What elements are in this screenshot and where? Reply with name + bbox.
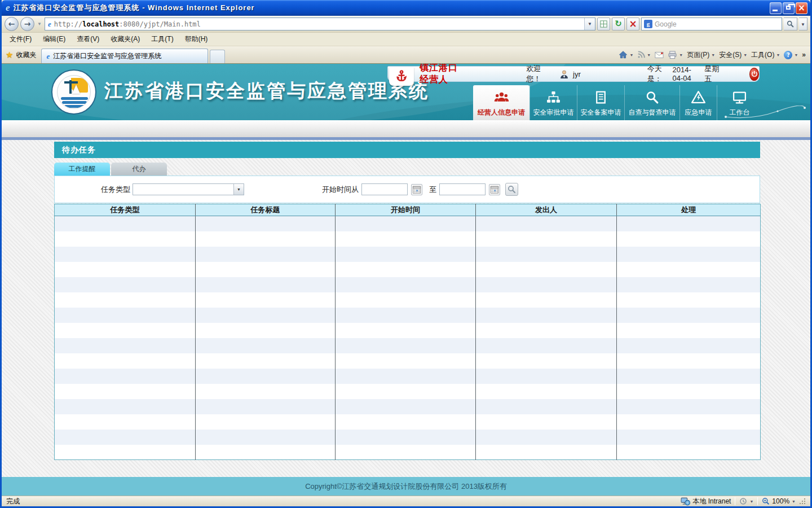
anchor-icon (395, 69, 408, 83)
security-menu-button[interactable]: 安全(S) ▼ (719, 50, 747, 60)
table-cell (196, 384, 336, 399)
favorites-button[interactable]: ★ 收藏夹 (2, 46, 41, 63)
search-input[interactable] (655, 20, 782, 28)
table-cell (336, 338, 476, 353)
task-type-select[interactable]: ▼ (133, 183, 244, 195)
anchor-badge (389, 67, 414, 86)
url-rest: :8080/yjpt/Main.html (119, 20, 201, 28)
minimize-icon (773, 10, 778, 11)
tabs-row: 工作提醒 代办 (54, 163, 760, 176)
nav-emergency[interactable]: 应急申请 (679, 85, 717, 120)
help-icon: ? (784, 51, 792, 59)
restore-button[interactable] (783, 2, 795, 14)
favorites-label: 收藏夹 (16, 50, 36, 60)
table-row (55, 292, 761, 308)
browser-tab[interactable]: e 江苏省港口安全监管与应急管理系统 (41, 49, 208, 63)
table-cell (476, 338, 617, 353)
home-button[interactable]: ▼ (619, 50, 633, 59)
calendar-icon (490, 185, 499, 194)
back-button[interactable]: ← (5, 17, 19, 31)
task-table-body (55, 216, 761, 460)
more-commands-button[interactable]: » (802, 51, 806, 59)
home-dropdown-icon[interactable]: ▼ (629, 53, 633, 57)
table-cell (336, 262, 476, 277)
stop-button[interactable]: × (626, 17, 639, 30)
table-cell (196, 338, 336, 353)
history-dropdown-icon[interactable]: ▼ (37, 21, 42, 27)
security-menu-label: 安全(S) (719, 50, 742, 60)
compatibility-view-button[interactable] (597, 17, 610, 30)
zoom-control[interactable]: 100% ▼ (762, 497, 796, 505)
page-favicon-icon: e (48, 20, 51, 29)
menu-tools[interactable]: 工具(T) (145, 33, 179, 46)
start-date-from-input[interactable] (361, 183, 408, 195)
tab-agency[interactable]: 代办 (111, 163, 167, 176)
nav-label: 工作台 (730, 108, 750, 117)
zoom-icon (762, 497, 770, 505)
table-cell (336, 292, 476, 308)
logout-button[interactable] (749, 68, 759, 81)
start-date-to-input[interactable] (439, 183, 486, 195)
table-cell (55, 216, 196, 231)
power-icon (751, 70, 758, 78)
help-button[interactable]: ? ▼ (784, 51, 798, 59)
nav-safety-approval[interactable]: 安全审批申请 (529, 85, 577, 120)
resize-grip[interactable] (799, 498, 806, 505)
address-dropdown-button[interactable]: ▼ (584, 18, 595, 30)
refresh-button[interactable]: ↻ (612, 17, 625, 30)
tools-menu-button[interactable]: 工具(O) ▼ (751, 50, 780, 60)
filter-search-button[interactable] (505, 183, 518, 196)
calendar-to-button[interactable] (489, 184, 500, 195)
table-cell (336, 323, 476, 338)
menu-edit[interactable]: 编辑(E) (37, 33, 71, 46)
minimize-button[interactable] (770, 2, 782, 14)
table-cell (55, 369, 196, 384)
nav-label: 经营人信息申请 (478, 108, 525, 117)
table-row (55, 216, 761, 231)
feeds-button[interactable]: ▼ (637, 51, 651, 59)
table-cell (476, 323, 617, 338)
print-dropdown-icon[interactable]: ▼ (679, 53, 683, 57)
table-cell (336, 414, 476, 430)
select-dropdown-icon[interactable]: ▼ (233, 184, 244, 195)
table-cell (55, 247, 196, 262)
ie-icon: e (6, 2, 10, 14)
table-cell (617, 414, 761, 430)
mail-icon (655, 51, 664, 59)
menu-view[interactable]: 查看(V) (71, 33, 105, 46)
menu-help[interactable]: 帮助(H) (179, 33, 214, 46)
nav-self-inspection[interactable]: 自查与督查申请 (624, 85, 679, 120)
google-icon: g (644, 20, 652, 28)
feeds-dropdown-icon[interactable]: ▼ (647, 53, 651, 57)
menu-file[interactable]: 文件(F) (4, 33, 37, 46)
nav-operator-info[interactable]: 经营人信息申请 (473, 85, 529, 120)
task-table: 任务类型 任务标题 开始时间 发出人 处理 (54, 204, 761, 460)
nav-label: 安全审批申请 (533, 108, 574, 117)
mail-button[interactable] (655, 51, 664, 59)
compatibility-view-icon (599, 20, 608, 28)
close-button[interactable]: × (796, 2, 807, 14)
table-cell (55, 308, 196, 323)
table-cell (617, 262, 761, 277)
print-button[interactable]: ▼ (668, 51, 683, 59)
printer-icon (668, 51, 677, 59)
calendar-from-button[interactable] (411, 184, 422, 195)
tab-work-reminder[interactable]: 工作提醒 (54, 163, 110, 176)
zone-label: 本地 Intranet (692, 497, 731, 506)
new-tab-button[interactable] (210, 50, 225, 63)
command-bar: ▼ ▼ ▼ 页面(P) ▼ 安全(S) ▼ 工具(O) (619, 46, 810, 63)
forward-button[interactable]: → (20, 17, 34, 31)
table-row (55, 399, 761, 414)
page-menu-button[interactable]: 页面(P) ▼ (687, 50, 715, 60)
nav-safety-record[interactable]: 安全备案申请 (577, 85, 624, 120)
search-options-button[interactable]: ▼ (799, 17, 807, 30)
protected-mode-button[interactable]: ▼ (739, 497, 753, 505)
table-cell (55, 430, 196, 445)
table-cell (476, 277, 617, 292)
nav-workbench[interactable]: 工作台 (717, 85, 762, 120)
address-input[interactable]: e http://localhost:8080/yjpt/Main.html ▼ (45, 17, 595, 30)
table-cell (55, 231, 196, 247)
search-go-button[interactable] (784, 17, 797, 30)
page-menu-label: 页面(P) (687, 50, 709, 60)
menu-favorites[interactable]: 收藏夹(A) (105, 33, 145, 46)
